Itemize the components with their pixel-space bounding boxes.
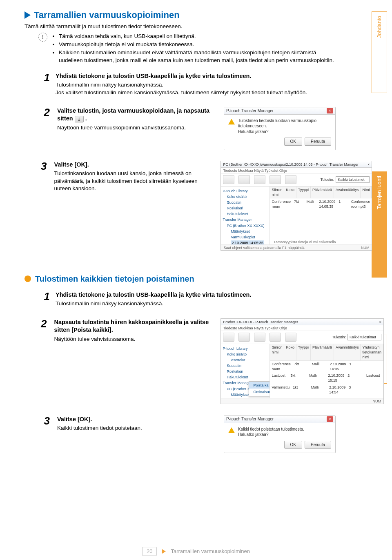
ok-button[interactable]: OK — [284, 441, 302, 449]
context-menu[interactable]: Poista kaikki Ominaisuudet... — [249, 381, 270, 396]
cancel-button[interactable]: Peruuta — [305, 138, 331, 146]
step-text: Tulostinkansioon luodaan uusi kansio, jo… — [54, 170, 213, 192]
cell: 2.10.2009 14:54 — [327, 384, 347, 396]
warning-icon — [228, 427, 235, 433]
tree-item[interactable]: P-touch Library — [223, 188, 268, 194]
context-menu-item[interactable]: Poista kaikki — [249, 382, 270, 389]
close-icon[interactable]: × — [327, 108, 333, 113]
page-footer: 20 Tarramallien varmuuskopioiminen — [0, 547, 392, 556]
cell — [365, 384, 383, 396]
confirmation-dialog: P-touch Transfer Manager × Tulostimen ti… — [224, 107, 336, 150]
info-list: Tämä voidaan tehdä vain, kun USB-kaapeli… — [51, 33, 336, 65]
column-header[interactable]: Päivämäärä — [311, 344, 334, 360]
step: 1 Yhdistä tietokone ja tulostin USB-kaap… — [41, 291, 336, 308]
toolbar-button-icon[interactable] — [238, 175, 250, 184]
toolbar-button-icon[interactable] — [254, 175, 265, 184]
column-header[interactable]: Nimi — [361, 187, 372, 198]
statusbar-indicator: NUM — [361, 245, 370, 250]
toolbar-button-icon[interactable] — [270, 175, 281, 184]
dialog-message: Haluatko jatkaa? — [238, 129, 331, 135]
page-number: 20 — [142, 547, 157, 556]
toolbar-button-icon[interactable] — [254, 333, 265, 342]
step-title: Valitse tulostin, josta varmuuskopioidaa… — [57, 107, 216, 123]
tree-item[interactable]: Määritykset — [223, 229, 268, 234]
tree-item-selected[interactable]: 2.10.2009 14:05:35 — [231, 240, 264, 244]
section-heading: Tarramallien varmuuskopioiminen — [24, 9, 336, 21]
close-icon[interactable]: × — [327, 416, 333, 422]
menu-bar[interactable]: Tiedosto Muokkaa Näytä Työkalut Ohje — [221, 325, 383, 331]
side-tab-johdanto[interactable]: Johdanto — [372, 11, 387, 93]
column-headers: Siirron nimi Koko Tyyppi Päivämäärä Avai… — [270, 344, 383, 361]
column-header[interactable]: Siirron nimi — [270, 344, 284, 360]
tree-view[interactable]: P-touch Library Koko sisältö Asettelut S… — [221, 344, 270, 398]
column-header[interactable]: Tyyppi — [296, 187, 311, 198]
tree-view[interactable]: P-touch Library Koko sisältö Suodatin Ro… — [221, 187, 270, 244]
tree-item[interactable]: Varmuuskopiot — [223, 234, 268, 240]
column-header[interactable]: Päivämäärä — [311, 187, 334, 198]
toolbar-button-icon[interactable] — [285, 333, 296, 342]
column-header[interactable]: Yhdistetyn tietokannan nimi — [361, 344, 383, 360]
printer-dropdown[interactable]: Kaikki tulostimet — [347, 334, 381, 340]
dialog-message: Kaikki tiedot poistetaan tulostimesta. — [238, 427, 304, 432]
printer-dropdown[interactable]: Kaikki tulostimet — [336, 176, 370, 183]
step-text: Näyttöön tulee vahvistussanoma. — [54, 336, 213, 343]
ok-button[interactable]: OK — [284, 138, 302, 146]
list-view[interactable]: Siirron nimi Koko Tyyppi Päivämäärä Avai… — [270, 344, 383, 398]
cell: Valmistettu — [270, 384, 291, 396]
tree-item[interactable]: Roskakori — [223, 369, 268, 374]
tree-item[interactable]: Koko sisältö — [223, 194, 268, 200]
column-headers: Siirron nimi Koko Tyyppi Päivämäärä Avai… — [270, 187, 372, 198]
column-header[interactable]: Avainmääritys — [334, 187, 361, 198]
cell: 7kt — [292, 198, 305, 210]
toolbar-button-icon[interactable] — [223, 175, 234, 184]
footer-title: Tarramallien varmuuskopioiminen — [171, 548, 250, 555]
side-tab-tarrojen-luonti[interactable]: Tarrojen luonti — [372, 171, 387, 278]
tree-item[interactable]: Suodatin — [223, 363, 268, 369]
toolbar-button-icon[interactable] — [223, 333, 234, 342]
step-number: 3 — [41, 416, 50, 426]
column-header[interactable]: Siirron nimi — [270, 187, 284, 198]
section-intro: Tämä siirtää tarramallit ja muut tulosti… — [24, 23, 336, 30]
column-header[interactable]: Tyyppi — [296, 344, 311, 360]
menu-bar[interactable]: Tiedosto Muokkaa Näytä Työkalut Ohje — [221, 168, 372, 173]
step-title: Napsauta tulostinta hiiren kakkospainikk… — [54, 318, 213, 334]
close-icon[interactable]: × — [368, 162, 370, 167]
toolbar-button-icon[interactable] — [285, 175, 296, 184]
tree-item[interactable]: Transfer Manager — [223, 217, 268, 222]
tree-item[interactable]: P-touch Library — [223, 346, 268, 351]
column-header[interactable]: Koko — [284, 187, 296, 198]
close-icon[interactable]: × — [379, 320, 381, 324]
table-row[interactable]: Valmistettu 1kt Malli 2.10.2009 14:54 3 — [270, 384, 383, 396]
tree-item[interactable]: Roskakori — [223, 205, 268, 211]
step-text: Tulostinmallin nimi näkyy kansionäkymäss… — [56, 81, 336, 89]
section-heading: Tulostimen kaikkien tietojen poistaminen — [24, 273, 336, 284]
cell: 1kt — [291, 384, 309, 396]
step-title: Valitse [OK]. — [54, 161, 89, 169]
step-text: Näyttöön tulee varmuuskopioinnin vahvist… — [57, 124, 216, 131]
transfer-manager-window: PC (Brother XX-XXXX)\Varmuuskopio\2.10.2… — [220, 161, 372, 251]
tree-item[interactable]: Koko sisältö — [223, 351, 268, 357]
toolbar-button-icon[interactable] — [238, 333, 250, 342]
column-header[interactable]: Koko — [284, 344, 296, 360]
printer-label: Tulostin: — [321, 177, 334, 182]
tree-item[interactable]: Hakutulokset — [223, 374, 268, 380]
window-title: Brother XX-XXXX - P-touch Transfer Manag… — [223, 320, 298, 324]
table-row[interactable]: Conference room 7kt Malli 2.10.2009 14:0… — [270, 198, 372, 210]
tree-item[interactable]: Suodatin — [223, 200, 268, 205]
step-title: Valitse [OK]. — [57, 416, 92, 424]
column-header[interactable]: Avainmääritys — [334, 344, 361, 360]
tree-item[interactable]: PC (Brother XX-XXXX) — [223, 223, 268, 229]
table-row[interactable]: Conference room 7kt Malli 2.10.2009 14:0… — [270, 361, 383, 372]
side-tab-label: Tarrojen luonti — [376, 172, 383, 213]
triangle-icon — [162, 549, 166, 554]
tree-item[interactable]: Hakutulokset — [223, 211, 268, 217]
bullet-icon — [24, 276, 31, 282]
toolbar-button-icon[interactable] — [270, 333, 281, 342]
list-view[interactable]: Siirron nimi Koko Tyyppi Päivämäärä Avai… — [270, 187, 372, 244]
table-row[interactable]: Lastcost 3kt Malli 2.10.2009 15:15 2 Las… — [270, 372, 383, 384]
cell: Malli — [307, 372, 326, 384]
context-menu-item[interactable]: Ominaisuudet... — [249, 389, 270, 395]
tree-item[interactable]: Asettelut — [223, 357, 268, 363]
cancel-button[interactable]: Peruuta — [305, 441, 331, 449]
step-text: Tulostinmallin nimi näkyy kansionäkymäss… — [56, 300, 336, 307]
